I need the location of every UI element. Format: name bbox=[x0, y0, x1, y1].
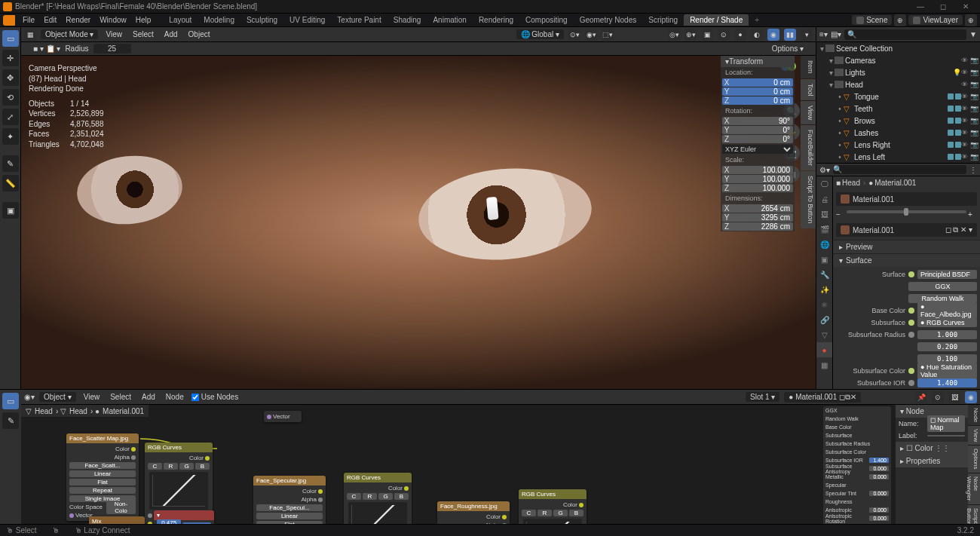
slot-selector[interactable]: Slot 1 ▾ bbox=[746, 392, 779, 402]
viewlayer-selector[interactable]: ViewLayer bbox=[908, 15, 963, 25]
tab-modeling[interactable]: Modeling bbox=[198, 14, 240, 26]
prop-row[interactable]: Subsurface● RGB Curves bbox=[836, 317, 977, 329]
tab-texpaint[interactable]: Texture Paint bbox=[331, 14, 387, 26]
ptab-physics[interactable]: ⚛ bbox=[816, 297, 832, 312]
tab-layout[interactable]: Layout bbox=[163, 14, 198, 26]
menu-edit[interactable]: Edit bbox=[39, 16, 61, 24]
tab-add[interactable]: + bbox=[749, 14, 765, 26]
outliner-item[interactable]: •▽Lens Right👁📷 bbox=[816, 139, 980, 151]
tool-scale[interactable]: ⤢ bbox=[2, 109, 19, 125]
tool-annotate[interactable]: ✎ bbox=[2, 155, 19, 172]
overlay-node-icon[interactable]: ◉ bbox=[965, 391, 977, 403]
tab-script[interactable]: Scripting bbox=[642, 14, 684, 26]
node-editor[interactable]: ▭ ✎ ◉▾ Object ▾ View Select Add Node Use… bbox=[0, 389, 980, 536]
tab-render[interactable]: Rendering bbox=[473, 14, 519, 26]
nstab-node[interactable]: Node bbox=[968, 405, 980, 425]
ptab-data[interactable]: ▽ bbox=[816, 327, 832, 342]
prop-row[interactable]: Subsurface IOR1.400 bbox=[836, 377, 977, 389]
tool-transform[interactable]: ✦ bbox=[2, 128, 19, 145]
shading-matprev-icon[interactable]: ◐ bbox=[751, 29, 763, 41]
outliner-item[interactable]: ▾Head👁📷 bbox=[816, 78, 980, 90]
dim-z[interactable]: Z2286 cm bbox=[722, 222, 793, 231]
options-dropdown[interactable]: Options ▾ bbox=[772, 44, 804, 53]
prop-row[interactable]: Base Color● Face_Albedo.jpg bbox=[836, 305, 977, 317]
dim-x[interactable]: X2654 cm bbox=[722, 204, 793, 213]
node-menu-node[interactable]: Node bbox=[163, 393, 187, 401]
scale-z[interactable]: Z100.000 bbox=[722, 184, 793, 192]
material-name-field[interactable]: Material.001 ◻ ⧉ ✕ ▾ bbox=[836, 223, 977, 237]
orientation-selector[interactable]: 🌐 Global ▾ bbox=[516, 29, 564, 39]
node-material-field[interactable]: ● Material.001 ◻⧉✕ bbox=[784, 392, 861, 403]
backdrop-icon[interactable]: 🖼 bbox=[948, 391, 960, 403]
node-menu-select[interactable]: Select bbox=[107, 393, 134, 401]
panel-preview[interactable]: ▸ Preview bbox=[833, 240, 980, 253]
node-menu-view[interactable]: View bbox=[81, 393, 103, 401]
nstab-wrangler[interactable]: Node Wrangler bbox=[968, 473, 980, 504]
xray-icon[interactable]: ▣ bbox=[701, 29, 713, 41]
window-close[interactable]: ✕ bbox=[954, 2, 977, 11]
ntab-facebuilder[interactable]: FaceBuilder bbox=[801, 125, 816, 170]
outliner-display-mode[interactable]: ▤▾ bbox=[831, 30, 841, 38]
menu-file[interactable]: File bbox=[18, 16, 39, 24]
scale-x[interactable]: X100.000 bbox=[722, 166, 793, 174]
panel-surface[interactable]: ▾ Surface bbox=[833, 254, 980, 267]
rot-z[interactable]: Z0° bbox=[722, 135, 793, 143]
scene-new-icon[interactable]: ⊕ bbox=[894, 14, 906, 26]
tool-rotate[interactable]: ⟲ bbox=[2, 89, 19, 106]
tab-uv[interactable]: UV Editing bbox=[283, 14, 331, 26]
editor-type-icon[interactable]: ▦ bbox=[24, 29, 36, 41]
rot-y[interactable]: Y0° bbox=[722, 126, 793, 134]
ptab-constraints[interactable]: 🔗 bbox=[816, 312, 832, 327]
scene-selector[interactable]: Scene bbox=[852, 15, 892, 25]
tab-shading[interactable]: Shading bbox=[387, 14, 427, 26]
material-slot[interactable]: Material.001 bbox=[836, 192, 977, 206]
ntab-view[interactable]: View bbox=[801, 101, 816, 124]
viewlayer-new-icon[interactable]: ⊕ bbox=[965, 14, 977, 26]
props-opts-icon[interactable]: ⋮ bbox=[969, 166, 977, 174]
node-name-field[interactable]: ◻ Normal Map bbox=[927, 415, 965, 432]
render-pause-icon[interactable]: ▮▮ bbox=[784, 29, 796, 41]
outliner-item[interactable]: ▾Lights💡👁📷 bbox=[816, 66, 980, 78]
vp-menu-object[interactable]: Object bbox=[185, 30, 213, 38]
node-vector[interactable]: Vector bbox=[264, 411, 302, 422]
window-maximize[interactable]: ◻ bbox=[932, 2, 954, 11]
dim-y[interactable]: Y3295 cm bbox=[722, 213, 793, 222]
ptab-render[interactable]: 🖵 bbox=[816, 176, 832, 191]
menu-help[interactable]: Help bbox=[131, 16, 156, 24]
outliner-search[interactable]: 🔍 bbox=[844, 29, 966, 40]
pivot-icon[interactable]: ⬚▾ bbox=[602, 29, 614, 41]
ntab-scriptbtn[interactable]: Script To Button bbox=[801, 171, 816, 228]
vp-menu-select[interactable]: Select bbox=[130, 30, 157, 38]
overlay-toggle[interactable]: ⊕▾ bbox=[684, 29, 697, 41]
outliner-item[interactable]: •▽Brows👁📷 bbox=[816, 115, 980, 127]
node-tool-select[interactable]: ▭ bbox=[2, 393, 19, 409]
proportional-icon[interactable]: ◉▾ bbox=[585, 29, 597, 41]
ntab-item[interactable]: Item bbox=[801, 56, 816, 78]
shading-rendered-icon[interactable]: ◉ bbox=[767, 29, 779, 41]
nstab-options[interactable]: Options bbox=[968, 446, 980, 473]
props-editor-icon[interactable]: ⚙▾ bbox=[819, 166, 830, 174]
ptab-modifiers[interactable]: 🔧 bbox=[816, 267, 832, 282]
node-type-selector[interactable]: Object ▾ bbox=[39, 392, 76, 402]
ptab-object[interactable]: ▣ bbox=[816, 252, 832, 267]
ptab-viewlayer[interactable]: 🖼 bbox=[816, 207, 832, 222]
window-minimize[interactable]: — bbox=[909, 2, 932, 11]
node-menu-add[interactable]: Add bbox=[139, 393, 158, 401]
shading-options-icon[interactable]: ▾ bbox=[801, 29, 813, 41]
shading-solid-icon[interactable]: ● bbox=[734, 29, 746, 41]
ptab-world[interactable]: 🌐 bbox=[816, 237, 832, 252]
outliner-root[interactable]: ▾ Scene Collection bbox=[816, 42, 980, 54]
transform-header[interactable]: Transform bbox=[729, 57, 763, 66]
vp-menu-view[interactable]: View bbox=[103, 30, 125, 38]
surface-shader[interactable]: Principled BSDF bbox=[917, 270, 977, 279]
tool-measure[interactable]: 📏 bbox=[2, 175, 19, 191]
vp-menu-add[interactable]: Add bbox=[161, 30, 181, 38]
node-tool-annotate[interactable]: ✎ bbox=[2, 412, 19, 429]
use-nodes-checkbox[interactable]: Use Nodes bbox=[191, 393, 238, 401]
outliner-item[interactable]: •▽Lashes👁📷 bbox=[816, 127, 980, 139]
loc-x[interactable]: X0 cm bbox=[722, 78, 793, 87]
prop-row[interactable]: Subsurface Color● Hue Saturation Value bbox=[836, 365, 977, 377]
tab-geo[interactable]: Geometry Nodes bbox=[574, 14, 643, 26]
menu-render[interactable]: Render bbox=[61, 16, 95, 24]
node-graph[interactable]: Vector Face_Scatter Map.jpg Color Alpha … bbox=[21, 405, 896, 536]
